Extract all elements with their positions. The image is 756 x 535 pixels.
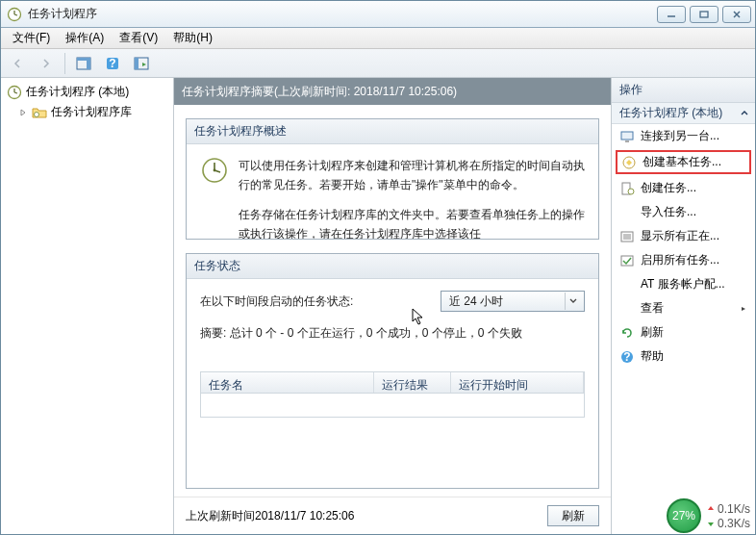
upload-speed: 0.1K/s xyxy=(718,502,750,516)
refresh-icon xyxy=(619,325,635,341)
main-panel: 任务计划程序摘要(上次刷新时间: 2018/11/7 10:25:06) 任务计… xyxy=(174,78,611,534)
maximize-button[interactable] xyxy=(690,6,718,23)
window-title: 任务计划程序 xyxy=(28,6,657,22)
tree-root-label: 任务计划程序 (本地) xyxy=(26,84,129,100)
folder-icon xyxy=(32,105,47,120)
refresh-button[interactable]: 刷新 xyxy=(547,505,599,526)
col-task-name[interactable]: 任务名 xyxy=(201,372,374,393)
action-at-service[interactable]: AT 服务帐户配... xyxy=(612,272,755,296)
time-range-dropdown[interactable]: 近 24 小时 xyxy=(441,291,585,312)
network-speed-block: 0.1K/s 0.3K/s xyxy=(707,502,750,530)
action-create-basic-task[interactable]: 创建基本任务... xyxy=(616,150,751,174)
network-monitor-overlay[interactable]: 27% 0.1K/s 0.3K/s xyxy=(667,498,750,533)
last-refresh-label: 上次刷新时间2018/11/7 10:25:06 xyxy=(186,508,354,524)
menubar: 文件(F) 操作(A) 查看(V) 帮助(H) xyxy=(1,28,755,49)
content-area: 任务计划程序 (本地) 任务计划程序库 任务计划程序摘要(上次刷新时间: 201… xyxy=(1,78,755,534)
action-refresh-label: 刷新 xyxy=(641,324,664,341)
blank-icon xyxy=(619,277,635,293)
upload-arrow-icon xyxy=(707,505,715,513)
wizard-icon xyxy=(621,155,637,170)
svg-rect-13 xyxy=(135,58,139,69)
action-create-basic-label: 创建基本任务... xyxy=(643,154,721,170)
back-button[interactable] xyxy=(5,53,30,74)
svg-rect-22 xyxy=(621,132,633,140)
action-help-label: 帮助 xyxy=(641,348,664,365)
main-footer: 上次刷新时间2018/11/7 10:25:06 刷新 xyxy=(174,497,611,534)
main-header-text: 任务计划程序摘要(上次刷新时间: 2018/11/7 10:25:06) xyxy=(182,84,457,100)
action-help[interactable]: ? 帮助 xyxy=(612,344,755,369)
history-icon xyxy=(619,253,635,268)
list-icon xyxy=(619,229,635,244)
overview-p2: 任务存储在任务计划程序库的文件夹中。若要查看单独任务上的操作或执行该操作，请在任… xyxy=(239,205,585,239)
refresh-button-label: 刷新 xyxy=(562,508,585,524)
action-create-task[interactable]: 创建任务... xyxy=(612,176,755,200)
action-connect[interactable]: 连接到另一台... xyxy=(612,124,755,148)
menu-view[interactable]: 查看(V) xyxy=(112,28,165,48)
svg-rect-8 xyxy=(77,58,90,61)
cpu-percent-value: 27% xyxy=(672,509,695,522)
help-icon: ? xyxy=(619,349,635,365)
svg-point-21 xyxy=(214,169,216,172)
svg-rect-4 xyxy=(700,12,708,17)
actions-header: 操作 xyxy=(612,78,755,103)
svg-point-17 xyxy=(35,112,39,116)
console-tree-button[interactable] xyxy=(129,53,154,74)
app-icon xyxy=(7,7,22,22)
menu-file[interactable]: 文件(F) xyxy=(5,28,58,48)
task-grid[interactable]: 任务名 运行结果 运行开始时间 xyxy=(200,371,585,418)
svg-text:?: ? xyxy=(623,350,630,364)
action-connect-label: 连接到另一台... xyxy=(641,128,719,144)
help-button[interactable]: ? xyxy=(100,53,125,74)
action-enable-history[interactable]: 启用所有任务... xyxy=(612,248,755,272)
svg-point-26 xyxy=(628,189,634,194)
action-create-task-label: 创建任务... xyxy=(641,180,696,196)
action-enable-history-label: 启用所有任务... xyxy=(641,252,719,268)
tree-library[interactable]: 任务计划程序库 xyxy=(3,102,171,122)
menu-help[interactable]: 帮助(H) xyxy=(165,28,220,48)
status-title: 任务状态 xyxy=(187,254,598,279)
tree-library-label: 任务计划程序库 xyxy=(51,104,132,120)
status-summary: 摘要: 总计 0 个 - 0 个正在运行，0 个成功，0 个停止，0 个失败 xyxy=(200,323,585,343)
forward-button[interactable] xyxy=(34,53,59,74)
minimize-button[interactable] xyxy=(657,6,686,23)
titlebar: 任务计划程序 xyxy=(1,1,755,28)
navigation-tree: 任务计划程序 (本地) 任务计划程序库 xyxy=(1,78,174,534)
download-arrow-icon xyxy=(707,520,715,527)
status-group: 任务状态 在以下时间段启动的任务状态: 近 24 小时 摘要: 总计 0 个 -… xyxy=(186,253,599,489)
actions-panel: 操作 任务计划程序 (本地) 连接到另一台... 创建基本任务... 创建任务.… xyxy=(611,78,755,534)
svg-rect-9 xyxy=(87,61,90,69)
svg-rect-31 xyxy=(621,256,633,266)
menu-action[interactable]: 操作(A) xyxy=(58,28,112,48)
actions-subheader-label: 任务计划程序 (本地) xyxy=(619,105,722,121)
overview-p1: 可以使用任务计划程序来创建和管理计算机将在所指定的时间自动执行的常见任务。若要开… xyxy=(239,156,585,195)
col-run-result[interactable]: 运行结果 xyxy=(374,372,451,393)
col-start-time[interactable]: 运行开始时间 xyxy=(451,372,584,393)
overview-title: 任务计划程序概述 xyxy=(187,119,598,144)
overview-group: 任务计划程序概述 可以使用任务计划程序来创建和管理计算机将在所指定的时间自动执行… xyxy=(186,118,599,240)
action-pane-button[interactable] xyxy=(71,53,96,74)
action-import-label: 导入任务... xyxy=(641,204,696,220)
submenu-arrow-icon xyxy=(740,305,747,313)
svg-rect-23 xyxy=(625,140,629,142)
tree-root[interactable]: 任务计划程序 (本地) xyxy=(3,82,171,102)
action-view[interactable]: 查看 xyxy=(612,296,755,320)
action-show-running[interactable]: 显示所有正在... xyxy=(612,224,755,248)
task-icon xyxy=(619,181,635,196)
toolbar: ? xyxy=(1,49,755,78)
actions-subheader: 任务计划程序 (本地) xyxy=(612,103,755,124)
overview-clock-icon xyxy=(200,156,229,185)
close-button[interactable] xyxy=(722,6,751,23)
collapse-icon[interactable] xyxy=(740,109,749,118)
blank-icon xyxy=(619,205,635,220)
computer-icon xyxy=(619,129,635,144)
toolbar-separator xyxy=(64,53,65,74)
expand-icon[interactable] xyxy=(18,108,28,117)
cpu-percent-circle[interactable]: 27% xyxy=(667,498,701,533)
app-window: 任务计划程序 文件(F) 操作(A) 查看(V) 帮助(H) ? 任务计划程序 … xyxy=(0,0,756,535)
svg-text:?: ? xyxy=(109,57,115,70)
download-speed: 0.3K/s xyxy=(718,517,750,530)
action-refresh[interactable]: 刷新 xyxy=(612,320,755,344)
main-body: 任务计划程序概述 可以使用任务计划程序来创建和管理计算机将在所指定的时间自动执行… xyxy=(174,105,611,497)
action-import[interactable]: 导入任务... xyxy=(612,200,755,224)
blank-icon xyxy=(619,301,635,317)
